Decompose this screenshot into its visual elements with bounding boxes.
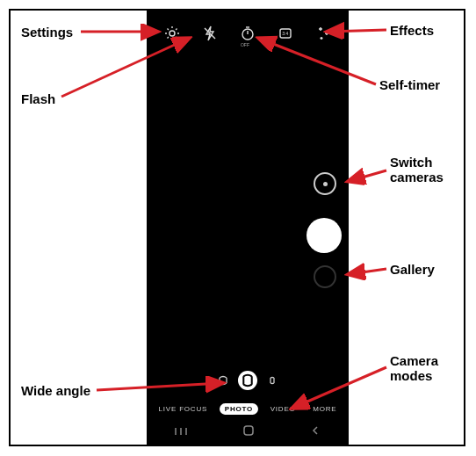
- label-switch: Switch cameras: [390, 155, 444, 185]
- svg-line-14: [350, 269, 386, 274]
- switch-camera-button[interactable]: [314, 172, 336, 195]
- label-settings: Settings: [21, 25, 73, 40]
- system-navbar: [147, 424, 349, 439]
- phone-screen: OFF 3:4 LIVE F: [147, 11, 349, 445]
- label-gallery: Gallery: [390, 262, 435, 277]
- nav-back-icon[interactable]: [309, 424, 321, 439]
- timer-sub-label: OFF: [241, 42, 249, 47]
- flash-icon[interactable]: [201, 25, 219, 42]
- svg-rect-7: [244, 426, 253, 435]
- svg-point-0: [169, 31, 175, 36]
- ultrawide-lens[interactable]: [217, 374, 229, 387]
- label-selftimer: Self-timer: [379, 77, 440, 92]
- ratio-label: 3:4: [282, 31, 288, 36]
- mode-video[interactable]: VIDEO: [265, 403, 301, 415]
- mode-live-focus[interactable]: LIVE FOCUS: [154, 403, 213, 415]
- tele-lens[interactable]: [266, 374, 278, 387]
- label-modes: Camera modes: [390, 353, 438, 384]
- nav-home-icon[interactable]: [242, 424, 255, 439]
- label-flash: Flash: [21, 91, 55, 106]
- settings-icon[interactable]: [163, 25, 181, 42]
- effects-icon[interactable]: [314, 25, 332, 42]
- lens-selector: [147, 371, 349, 390]
- label-effects: Effects: [390, 23, 434, 38]
- label-wide: Wide angle: [21, 383, 90, 398]
- wide-lens-selected[interactable]: [238, 371, 257, 390]
- timer-icon[interactable]: OFF: [239, 25, 256, 42]
- mode-strip: LIVE FOCUS PHOTO VIDEO MORE: [147, 403, 349, 415]
- ratio-icon[interactable]: 3:4: [277, 25, 294, 42]
- mode-more[interactable]: MORE: [307, 403, 342, 415]
- gallery-button[interactable]: [314, 265, 336, 288]
- top-toolbar: OFF 3:4: [147, 25, 349, 42]
- svg-line-13: [350, 170, 386, 181]
- switch-camera-dot: [323, 182, 328, 186]
- mode-photo[interactable]: PHOTO: [220, 403, 258, 415]
- diagram-frame: OFF 3:4 LIVE F: [9, 9, 465, 446]
- nav-recents-icon[interactable]: [174, 425, 188, 439]
- shutter-button[interactable]: [307, 218, 342, 253]
